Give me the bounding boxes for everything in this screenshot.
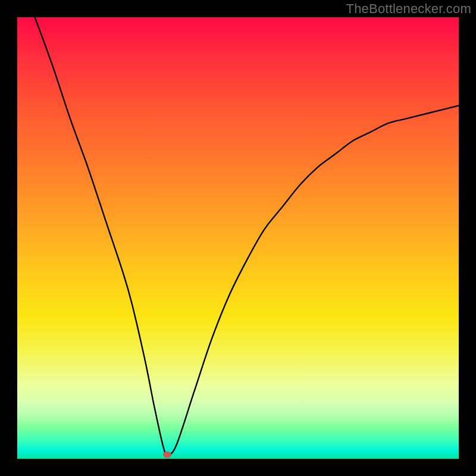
attribution-text: TheBottlenecker.com [346,1,471,17]
optimum-marker [163,451,171,458]
bottleneck-curve [17,17,459,459]
chart-frame: TheBottlenecker.com [0,0,476,476]
plot-area [17,17,459,459]
